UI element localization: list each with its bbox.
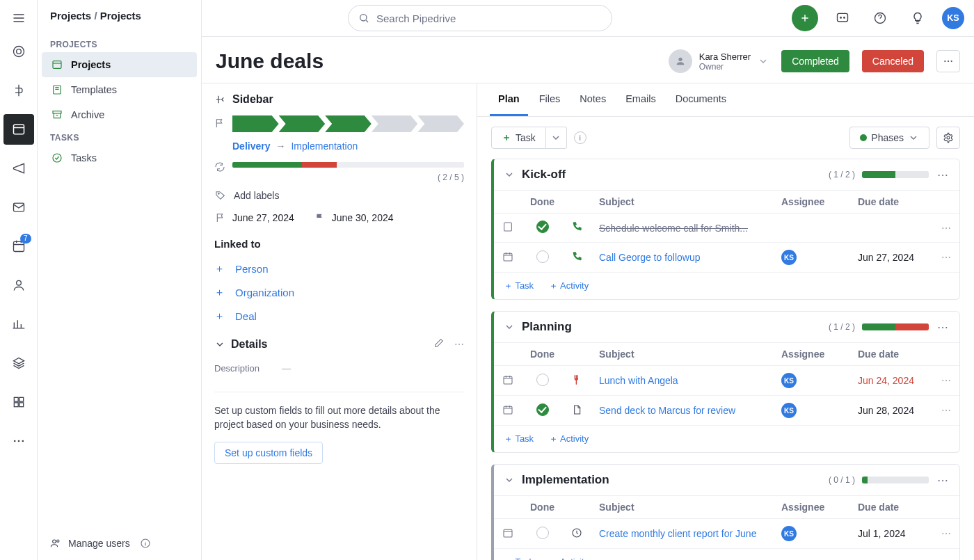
owner-chevron-icon[interactable] [758, 56, 769, 67]
settings-button[interactable] [936, 127, 960, 149]
chevron-down-icon[interactable] [504, 321, 515, 333]
row-done[interactable] [522, 243, 563, 273]
manage-users[interactable]: Manage users [38, 527, 201, 560]
new-task-button[interactable]: ＋Task [491, 127, 546, 149]
hamburger-icon[interactable] [5, 4, 33, 32]
tab-files[interactable]: Files [531, 83, 569, 116]
info-icon[interactable]: i [574, 131, 586, 144]
set-up-custom-fields-button[interactable]: Set up custom fields [214, 442, 323, 464]
nav-item-templates[interactable]: Templates [42, 77, 197, 102]
search-input[interactable]: Search Pipedrive [348, 5, 612, 31]
gear-icon [943, 132, 954, 143]
phase-header[interactable]: Implementation ( 0 / 1 ) ⋯ [494, 465, 959, 495]
nav-item-projects[interactable]: Projects [42, 52, 197, 77]
row-subject[interactable]: Send deck to Marcus for review [591, 396, 773, 426]
rail-mail-icon[interactable] [3, 192, 34, 223]
row-done[interactable] [522, 396, 563, 426]
task-row[interactable]: Schedule welcome call for Smith... ⋯ [494, 214, 959, 243]
canceled-button[interactable]: Canceled [862, 50, 924, 72]
row-subject[interactable]: Create monthly client report for June [591, 519, 773, 549]
add-activity-link[interactable]: ＋ Activity [549, 280, 589, 292]
chevron-down-icon[interactable] [504, 474, 515, 486]
lightbulb-icon[interactable] [904, 5, 931, 31]
nav-item-archive[interactable]: Archive [42, 102, 197, 127]
row-more-icon[interactable]: ⋯ [933, 214, 959, 243]
row-subject[interactable]: Call George to followup [591, 243, 773, 273]
collapse-icon[interactable] [214, 94, 225, 105]
row-more-icon[interactable]: ⋯ [933, 366, 959, 396]
task-row[interactable]: Lunch with Angela KS Jun 24, 2024 ⋯ [494, 366, 959, 396]
add-activity-link[interactable]: ＋ Activity [549, 433, 589, 445]
new-task-split-button[interactable]: ＋Task [491, 127, 567, 149]
add-task-link[interactable]: ＋ Task [504, 433, 534, 445]
add-activity-link[interactable]: ＋ Activity [549, 556, 589, 560]
row-more-icon[interactable]: ⋯ [933, 243, 959, 273]
icon-rail: 7 [0, 0, 38, 560]
quick-add-button[interactable] [792, 5, 818, 31]
description-value: — [282, 363, 291, 374]
phases-button[interactable]: Phases [849, 127, 929, 149]
completed-button[interactable]: Completed [781, 50, 849, 72]
nav-item-tasks[interactable]: Tasks [42, 145, 197, 170]
info-icon [140, 538, 151, 549]
row-done[interactable] [522, 214, 563, 243]
chevron-down-icon[interactable] [214, 339, 225, 350]
rail-deals-icon[interactable] [3, 75, 34, 106]
row-more-icon[interactable]: ⋯ [933, 519, 959, 549]
rail-marketplace-icon[interactable] [3, 387, 34, 417]
phase-next[interactable]: Implementation [291, 141, 358, 152]
row-subject[interactable]: Lunch with Angela [591, 366, 773, 396]
phase-header[interactable]: Planning ( 1 / 2 ) ⋯ [494, 312, 959, 342]
start-date[interactable]: June 27, 2024 [214, 211, 294, 224]
rail-leads-icon[interactable] [3, 36, 34, 67]
add-labels-row[interactable]: Add labels [214, 189, 464, 202]
add-labels-label: Add labels [234, 190, 279, 201]
edit-icon[interactable] [433, 337, 445, 351]
row-more-icon[interactable]: ⋯ [933, 396, 959, 426]
rail-products-icon[interactable] [3, 348, 34, 378]
add-task-link[interactable]: ＋ Task [504, 556, 534, 560]
rail-campaigns-icon[interactable] [3, 153, 34, 184]
tab-emails[interactable]: Emails [617, 83, 664, 116]
help-icon[interactable] [867, 5, 893, 31]
progress-bar [232, 162, 464, 168]
rail-more-icon[interactable] [3, 426, 34, 456]
linked-deal[interactable]: ＋Deal [214, 304, 464, 328]
chevron-down-icon[interactable] [504, 169, 515, 180]
details-more-icon[interactable]: ⋯ [454, 339, 464, 350]
sidebar-title-row: Sidebar [214, 93, 464, 106]
tab-notes[interactable]: Notes [571, 83, 614, 116]
row-done[interactable] [522, 519, 563, 549]
row-done[interactable] [522, 366, 563, 396]
phase-header[interactable]: Kick-off ( 1 / 2 ) ⋯ [494, 159, 959, 190]
breadcrumb-root[interactable]: Projects [50, 10, 91, 22]
phase-more-icon[interactable]: ⋯ [936, 474, 950, 487]
task-row[interactable]: Call George to followup KS Jun 27, 2024 … [494, 243, 959, 273]
rail-contacts-icon[interactable] [3, 270, 34, 301]
svg-point-23 [844, 17, 845, 18]
phase-more-icon[interactable]: ⋯ [936, 321, 950, 334]
rail-insights-icon[interactable] [3, 309, 34, 339]
sales-assistant-icon[interactable] [829, 5, 856, 31]
row-type-icon [494, 519, 522, 549]
linked-organization[interactable]: ＋Organization [214, 280, 464, 304]
add-task-link[interactable]: ＋ Task [504, 280, 534, 292]
due-date[interactable]: June 30, 2024 [314, 211, 394, 224]
new-task-caret[interactable] [546, 127, 567, 149]
row-activity-icon [563, 396, 591, 426]
tab-documents[interactable]: Documents [667, 83, 735, 116]
linked-person[interactable]: ＋Person [214, 257, 464, 280]
user-avatar[interactable]: KS [942, 7, 964, 29]
tab-plan[interactable]: Plan [490, 83, 528, 116]
rail-activities-icon[interactable]: 7 [3, 231, 34, 262]
task-row[interactable]: Send deck to Marcus for review KS Jun 28… [494, 396, 959, 426]
row-type-icon [494, 214, 522, 243]
row-subject[interactable]: Schedule welcome call for Smith... [591, 214, 773, 243]
task-row[interactable]: Create monthly client report for June KS… [494, 519, 959, 549]
svg-point-11 [17, 440, 19, 442]
project-more-button[interactable] [936, 50, 960, 72]
svg-point-16 [53, 154, 61, 162]
phase-progress [862, 477, 929, 483]
rail-projects-icon[interactable] [3, 114, 34, 145]
phase-more-icon[interactable]: ⋯ [936, 168, 950, 182]
